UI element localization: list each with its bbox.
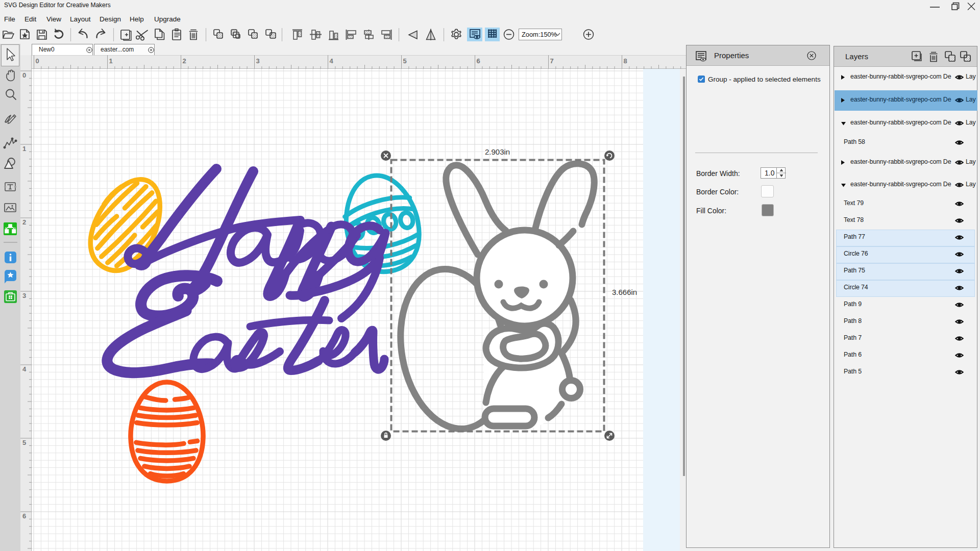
svg-text:1: 1 <box>109 57 113 65</box>
svg-text:1: 1 <box>22 145 26 153</box>
svg-text:4: 4 <box>330 57 334 65</box>
svg-text:5: 5 <box>403 57 407 65</box>
svg-text:3: 3 <box>22 292 26 299</box>
svg-text:0: 0 <box>22 71 26 79</box>
svg-text:8: 8 <box>624 57 627 65</box>
svg-text:2: 2 <box>22 218 26 226</box>
svg-text:3.666in: 3.666in <box>612 288 637 296</box>
svg-text:0: 0 <box>36 57 39 65</box>
svg-text:5: 5 <box>22 439 26 446</box>
svg-text:2: 2 <box>183 57 186 65</box>
svg-text:7: 7 <box>550 57 554 65</box>
svg-text:4: 4 <box>22 365 27 373</box>
svg-text:3: 3 <box>256 57 260 65</box>
svg-text:6: 6 <box>477 57 480 65</box>
svg-text:Zoom:150%: Zoom:150% <box>522 31 557 38</box>
svg-text:2.903in: 2.903in <box>485 147 510 156</box>
svg-text:6: 6 <box>22 512 26 520</box>
